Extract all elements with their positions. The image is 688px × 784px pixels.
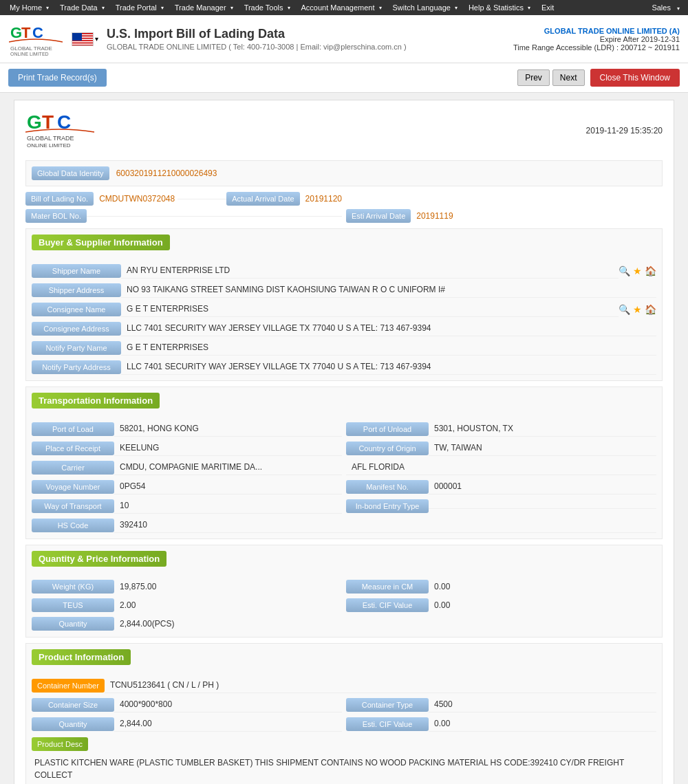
nav-exit[interactable]: Exit <box>537 0 561 15</box>
consignee-name-value: G E T ENTERPRISES <box>121 301 619 317</box>
nav-trade-tools[interactable]: Trade Tools ▾ <box>240 0 297 15</box>
measure-cm-label: Measure in CM <box>346 580 429 594</box>
company-name: GLOBAL TRADE ONLINE LIMITED (A) <box>513 27 680 35</box>
mater-bol-label: Mater BOL No. <box>25 209 87 223</box>
weight-label: Weight (KG) <box>32 580 114 594</box>
shipper-name-row: Shipper Name AN RYU ENTERPRISE LTD 🔍 ★ 🏠 <box>32 263 656 279</box>
shipper-home-icon[interactable]: 🏠 <box>645 265 656 276</box>
quantity-row: Quantity 2,844.00(PCS) <box>32 616 656 631</box>
consignee-star-icon[interactable]: ★ <box>633 304 642 315</box>
receipt-origin-row: Place of Receipt KEELUNG Country of Orig… <box>32 440 656 456</box>
product-desc-section: Product Desc PLASTIC KITCHEN WARE (PLAST… <box>32 737 656 784</box>
svg-text:T: T <box>21 24 31 41</box>
hs-code-value: 392410 <box>114 517 656 533</box>
voyage-manifest-row: Voyage Number 0PG54 Manifest No. 000001 <box>32 479 656 494</box>
main-content: G T C GLOBAL TRADE ONLINE LIMITED 2019-1… <box>14 100 674 784</box>
shipper-address-value: NO 93 TAIKANG STREET SANMING DIST KAOHSI… <box>121 282 656 298</box>
buyer-supplier-section-label: Buyer & Supplier Information <box>32 235 170 250</box>
place-of-receipt-label: Place of Receipt <box>32 442 114 455</box>
nav-trade-manager[interactable]: Trade Manager ▾ <box>171 0 240 15</box>
esti-cif-row: Esti. CIF Value 0.00 <box>346 598 656 613</box>
buyer-supplier-section: Buyer & Supplier Information Shipper Nam… <box>25 228 663 381</box>
consignee-search-icon[interactable]: 🔍 <box>619 304 630 315</box>
voyage-number-label: Voyage Number <box>32 480 114 494</box>
next-button[interactable]: Next <box>552 69 585 86</box>
container-number-row: Container Number TCNU5123641 ( CN / L / … <box>32 677 656 693</box>
manifest-no-value: 000001 <box>429 479 656 494</box>
container-type-row: Container Type 4500 <box>346 697 656 712</box>
measure-cm-value: 0.00 <box>429 579 656 594</box>
chevron-down-icon: ▾ <box>46 5 49 11</box>
nav-help-statistics[interactable]: Help & Statistics ▾ <box>464 0 537 15</box>
actual-arrival-date-value: 20191120 <box>300 194 342 204</box>
chevron-down-icon: ▾ <box>230 5 233 11</box>
prod-quantity-row: Quantity 2,844.00 <box>32 716 342 732</box>
country-of-origin-label: Country of Origin <box>346 442 429 455</box>
teus-cif-row: TEUS 2.00 Esti. CIF Value 0.00 <box>32 598 656 613</box>
nav-account-management[interactable]: Account Management ▾ <box>297 0 389 15</box>
header-subtitle: GLOBAL TRADE ONLINE LIMITED ( Tel: 400-7… <box>107 43 513 51</box>
port-row: Port of Load 58201, HONG KONG Port of Un… <box>32 421 656 437</box>
svg-text:GLOBAL TRADE: GLOBAL TRADE <box>27 135 74 142</box>
container-size-value: 4000*900*800 <box>114 697 342 712</box>
flag-dropdown-icon[interactable]: ▾ <box>95 35 98 43</box>
chevron-down-icon: ▾ <box>379 5 382 11</box>
svg-rect-13 <box>72 33 82 41</box>
manifest-no-row: Manifest No. 000001 <box>346 479 656 494</box>
company-logo: G T C GLOBAL TRADE ONLINE LIMITED <box>8 22 63 56</box>
prod-esti-cif-label: Esti. CIF Value <box>346 717 429 731</box>
weight-measure-row: Weight (KG) 19,875.00 Measure in CM 0.00 <box>32 579 656 594</box>
actual-arrival-date-label: Actual Arrival Date <box>226 192 299 206</box>
product-desc-label: Product Desc <box>32 737 88 751</box>
voyage-number-row: Voyage Number 0PG54 <box>32 479 342 494</box>
notify-party-address-label: Notify Party Address <box>32 360 121 374</box>
prev-button[interactable]: Prev <box>517 69 550 86</box>
container-size-label: Container Size <box>32 698 114 712</box>
logo-area: G T C GLOBAL TRADE ONLINE LIMITED <box>8 22 107 56</box>
shipper-star-icon[interactable]: ★ <box>633 265 642 276</box>
prod-quantity-label: Quantity <box>32 717 114 731</box>
consignee-home-icon[interactable]: 🏠 <box>645 304 656 315</box>
container-type-value: 4500 <box>429 697 656 712</box>
place-of-receipt-row: Place of Receipt KEELUNG <box>32 440 342 456</box>
nav-trade-data[interactable]: Trade Data ▾ <box>56 0 111 15</box>
product-desc-value: PLASTIC KITCHEN WARE (PLASTIC TUMBLER BA… <box>32 754 656 784</box>
chevron-down-icon: ▾ <box>455 5 458 11</box>
container-type-label: Container Type <box>346 698 429 712</box>
nav-trade-portal[interactable]: Trade Portal ▾ <box>111 0 171 15</box>
quantity-section-label: Quantity & Price Information <box>32 551 166 567</box>
country-of-origin-row: Country of Origin TW, TAIWAN <box>346 440 656 456</box>
print-button[interactable]: Print Trade Record(s) <box>8 69 107 87</box>
carrier-value: CMDU, COMPAGNIE MARITIME DA... <box>114 459 342 475</box>
voyage-number-value: 0PG54 <box>114 479 342 494</box>
esti-arrival-label: Esti Arrival Date <box>346 209 411 223</box>
quantity-section: Quantity & Price Information Weight (KG)… <box>25 545 663 638</box>
nav-buttons: Prev Next <box>517 69 584 86</box>
svg-rect-11 <box>72 45 94 46</box>
nav-switch-language[interactable]: Switch Language ▾ <box>389 0 464 15</box>
close-button[interactable]: Close This Window <box>590 69 680 87</box>
mater-bol-value <box>87 216 342 217</box>
nav-sales[interactable]: Sales ▾ <box>652 3 682 12</box>
notify-party-address-value: LLC 7401 SECURITY WAY JERSEY VILLAGE TX … <box>121 359 656 375</box>
consignee-address-value: LLC 7401 SECURITY WAY JERSEY VILLAGE TX … <box>121 320 656 336</box>
doc-header: G T C GLOBAL TRADE ONLINE LIMITED 2019-1… <box>25 111 663 149</box>
container-number-label: Container Number <box>32 679 105 693</box>
quantity-label: Quantity <box>32 617 114 631</box>
bol-no-value: CMDUTWN0372048 <box>94 194 175 204</box>
chevron-down-icon: ▾ <box>161 5 164 11</box>
esti-arrival-value: 20191119 <box>411 211 453 221</box>
chevron-down-icon: ▾ <box>677 6 680 12</box>
flag-area[interactable]: ▾ <box>72 32 98 46</box>
consignee-address-row: Consignee Address LLC 7401 SECURITY WAY … <box>32 320 656 336</box>
shipper-search-icon[interactable]: 🔍 <box>619 265 630 276</box>
notify-party-name-row: Notify Party Name G E T ENTERPRISES <box>32 340 656 356</box>
shipper-icons: 🔍 ★ 🏠 <box>619 265 656 276</box>
carrier-name-row: Carrier CMDU, COMPAGNIE MARITIME DA... <box>32 459 342 475</box>
place-of-receipt-value: KEELUNG <box>114 440 342 456</box>
nav-my-home[interactable]: My Home ▾ <box>6 0 56 15</box>
global-data-identity-label: Global Data Identity <box>32 166 109 180</box>
doc-date: 2019-11-29 15:35:20 <box>586 126 663 135</box>
notify-party-name-label: Notify Party Name <box>32 341 121 355</box>
teus-row: TEUS 2.00 <box>32 598 342 613</box>
